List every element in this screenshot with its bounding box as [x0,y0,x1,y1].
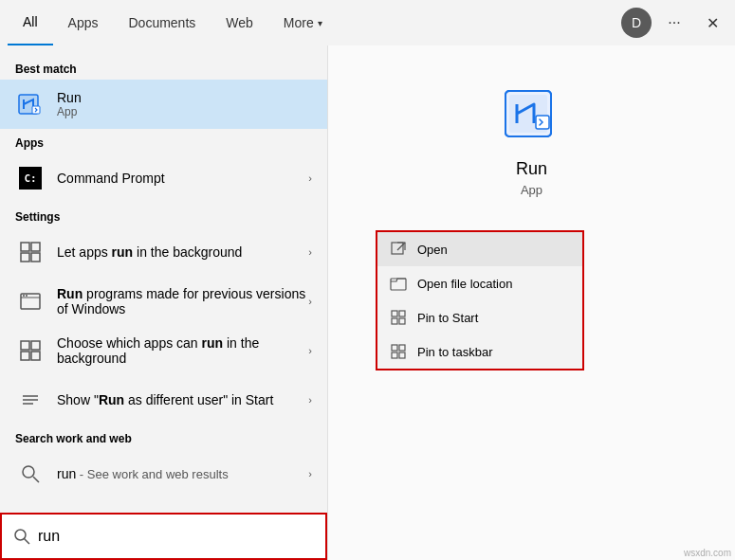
cmd-black-icon: C: [19,167,42,190]
nav-tabs: All Apps Documents Web More ▾ D ··· ✕ [0,0,735,45]
app-icon-large [502,83,562,144]
run-subtitle: App [57,105,312,118]
file-location-icon [389,274,408,293]
svg-line-36 [25,539,30,545]
app-type-large: App [521,183,542,197]
run-title: Run [57,90,312,105]
context-menu-pin-taskbar[interactable]: Pin to taskbar [377,334,582,369]
run-icon [15,89,46,119]
svg-rect-12 [31,341,40,350]
settings-show-arrow: › [308,394,312,406]
section-best-match: Best match [0,55,327,80]
settings-bg-text: Let apps run in the background [57,244,308,260]
pin-start-label: Pin to Start [417,311,478,325]
result-web-search[interactable]: run - See work and web results › [0,449,327,498]
settings-programs-text: Run programs made for previous versions … [57,286,308,316]
search-input[interactable] [38,528,314,545]
svg-line-19 [33,477,39,482]
result-cmd[interactable]: C: Command Prompt › [0,154,327,203]
watermark: wsxdn.com [684,548,731,558]
result-run-app[interactable]: Run App [0,80,327,129]
settings-item-background[interactable]: Let apps run in the background › [0,227,327,277]
svg-rect-28 [399,311,405,316]
svg-point-18 [23,466,34,478]
svg-rect-14 [31,352,40,360]
context-menu-pin-start[interactable]: Pin to Start [377,300,582,334]
nav-right-area: D ··· ✕ [621,8,727,38]
settings-bg-arrow: › [308,246,312,258]
web-search-title: run - See work and web results [57,466,308,481]
svg-rect-26 [391,279,406,290]
cmd-text: Command Prompt [57,171,308,186]
svg-rect-13 [21,352,29,360]
svg-rect-6 [31,253,40,262]
close-button[interactable]: ✕ [697,8,727,38]
settings-choose-icon [15,335,46,366]
settings-show-icon [15,385,46,415]
tab-all[interactable]: All [8,0,53,45]
settings-choose-arrow: › [308,345,312,356]
file-location-label: Open file location [417,277,512,291]
cmd-arrow: › [308,172,312,184]
pin-taskbar-icon [389,342,408,361]
run-app-icon-svg [17,91,44,117]
left-panel: Best match Run App [0,45,327,560]
svg-rect-31 [392,345,397,351]
svg-rect-11 [21,341,29,350]
svg-rect-24 [392,243,403,254]
settings-programs-icon [15,286,46,316]
tab-more[interactable]: More ▾ [268,0,338,45]
settings-item-choose-apps[interactable]: Choose which apps can run in the backgro… [0,326,327,375]
settings-item-programs[interactable]: Run programs made for previous versions … [0,277,327,326]
web-search-text: run - See work and web results [57,466,308,481]
svg-rect-5 [21,253,29,262]
settings-bg-icon [15,237,46,267]
content-area: Best match Run App [0,45,735,560]
svg-line-25 [397,243,405,250]
settings-show-text: Show "Run as different user" in Start [57,392,308,407]
open-label: Open [417,243,448,257]
settings-bg-title: Let apps run in the background [57,244,308,260]
cmd-title: Command Prompt [57,171,308,186]
web-search-icon [15,459,46,489]
svg-rect-27 [392,311,397,316]
pin-taskbar-label: Pin to taskbar [417,345,493,359]
settings-choose-text: Choose which apps can run in the backgro… [57,335,308,366]
svg-rect-3 [21,243,29,251]
svg-rect-34 [399,352,405,358]
settings-choose-title: Choose which apps can run in the backgro… [57,335,308,366]
open-icon [389,240,408,259]
svg-rect-33 [392,352,397,358]
run-app-text: Run App [57,90,312,118]
right-panel: Run App Open [327,45,735,560]
more-options-button[interactable]: ··· [659,8,689,38]
svg-rect-30 [399,318,405,324]
search-panel: All Apps Documents Web More ▾ D ··· ✕ Be… [0,0,735,560]
tab-apps[interactable]: Apps [53,0,114,45]
settings-programs-title: Run programs made for previous versions … [57,286,308,316]
search-icon [13,528,30,545]
section-apps: Apps [0,129,327,154]
svg-rect-29 [392,318,397,324]
context-menu-open[interactable]: Open [377,232,582,266]
tab-documents[interactable]: Documents [113,0,211,45]
context-menu-file-location[interactable]: Open file location [377,266,582,300]
tab-web[interactable]: Web [211,0,268,45]
run-large-icon-svg [502,83,562,144]
cmd-icon: C: [15,163,46,193]
svg-point-10 [26,295,28,297]
left-panel-content: Best match Run App [0,55,327,555]
settings-item-show[interactable]: Show "Run as different user" in Start › [0,375,327,425]
section-search-web: Search work and web [0,425,327,449]
avatar[interactable]: D [621,8,652,38]
svg-rect-2 [32,106,40,114]
web-arrow: › [308,468,312,479]
section-settings: Settings [0,203,327,227]
context-menu: Open Open file location [376,230,584,370]
settings-show-title: Show "Run as different user" in Start [57,392,308,407]
svg-rect-4 [31,243,40,251]
svg-point-9 [23,295,25,297]
svg-point-35 [15,530,26,540]
search-box-area [0,513,327,560]
pin-start-icon [389,308,408,327]
